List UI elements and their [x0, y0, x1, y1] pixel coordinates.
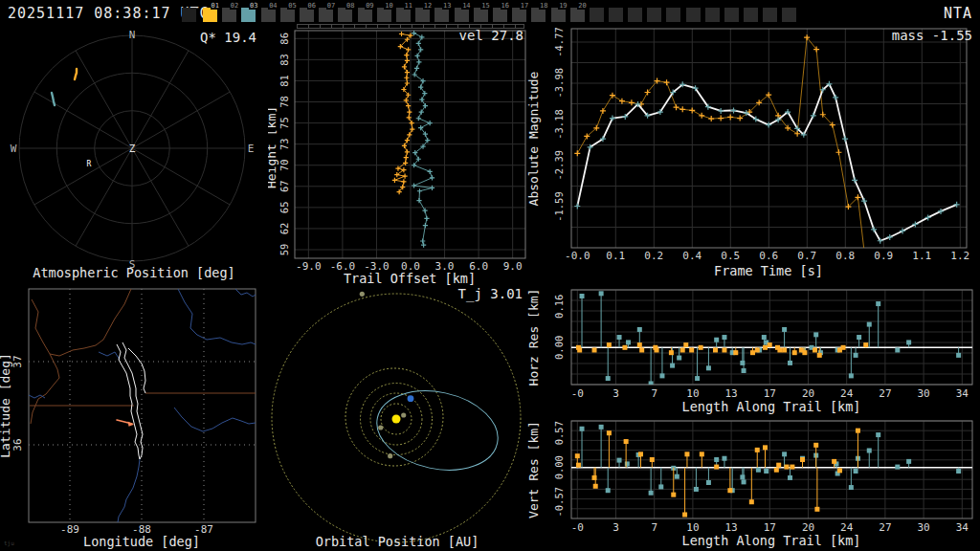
frame-box-05[interactable]: 05 [280, 8, 295, 22]
frame-box-trail-7[interactable] [724, 8, 739, 22]
ytick-label: 81 [278, 75, 290, 87]
atmospheric-caption: Atmospheric Position [deg] [33, 265, 234, 280]
xtick-label: 0.9 [874, 250, 893, 262]
frame-box-number: 15 [480, 2, 490, 10]
xtick-label: 7 [651, 521, 657, 534]
series-model-fit [574, 81, 959, 244]
frame-box-empty-0[interactable] [182, 8, 196, 22]
frame-box-08[interactable]: 08 [338, 8, 352, 22]
frame-box-02[interactable]: 02 [222, 8, 236, 22]
frame-box-trail-4[interactable] [666, 8, 680, 22]
xtick-label: 34 [956, 387, 969, 400]
series-observed [574, 34, 870, 281]
frame-box-12[interactable]: 12 [415, 8, 430, 22]
res-xlabel: Length Along Trail [km] [682, 399, 861, 414]
timestamp: 20251117 08:38:17 UTC [8, 5, 210, 22]
ytick-label: 0.00 [553, 455, 565, 479]
lightcurve-ylabel: Absolute Magnitude [526, 71, 541, 206]
frame-box-06[interactable]: 06 [300, 8, 314, 22]
ytick-label: 0.00 [553, 336, 565, 360]
ytick-label: 0.16 [553, 295, 565, 319]
frame-box-03[interactable]: 03 [241, 8, 256, 22]
ytick-label: 75 [278, 117, 290, 129]
frame-box-20[interactable]: 20 [570, 8, 585, 22]
q-star-value: Q* 19.4 [200, 30, 256, 45]
frame-box-number: 08 [345, 2, 355, 10]
ground-track-arrowhead [128, 422, 135, 427]
frame-box-16[interactable]: 16 [493, 8, 507, 22]
lightcurve-xlabel: Frame Time [s] [714, 263, 823, 278]
xtick-label: 0.8 [835, 250, 855, 262]
res-ylabel: Vert Res [km] [526, 421, 541, 518]
frame-box-trail-6[interactable] [705, 8, 720, 22]
frame-box-13[interactable]: 13 [434, 8, 449, 22]
orbital-position-plot: T_j 3.01Orbital Position [AU] [268, 285, 526, 551]
frame-box-trail-9[interactable] [763, 8, 777, 22]
frame-box-trail-10[interactable] [782, 8, 796, 22]
frame-box-number: 16 [501, 2, 510, 10]
ytick-label: 78 [278, 96, 290, 108]
frame-box-04[interactable]: 04 [261, 8, 276, 22]
xtick-label: 1.1 [912, 250, 931, 262]
res-ylabel: Horz Res [km] [526, 289, 541, 386]
map-ylabel: Latitude [deg] [0, 353, 12, 458]
frame-box-19[interactable]: 19 [551, 8, 566, 22]
state-border-north [50, 289, 131, 356]
frame-box-17[interactable]: 17 [512, 8, 526, 22]
xtick-label: -0 [571, 521, 584, 534]
frame-box-09[interactable]: 09 [358, 8, 372, 22]
xtick-label: -9.0 [296, 260, 322, 273]
frame-box-10[interactable]: 10 [377, 8, 391, 22]
frame-box-01[interactable]: 01 [203, 8, 217, 22]
lake-barkley-east [122, 342, 143, 459]
trail-offset-plot: 5962656770737578818386-9.0-6.0-3.00.03.0… [268, 27, 526, 285]
xtick-label: 1.2 [950, 250, 969, 262]
planet-dot [378, 425, 383, 430]
frame-box-trail-2[interactable] [628, 8, 642, 22]
frame-box-15[interactable]: 15 [474, 8, 488, 22]
ytick-label: -4.77 [553, 27, 565, 57]
series-site-2 [580, 291, 962, 386]
river-ohio [178, 289, 256, 344]
frame-box-number: 18 [539, 2, 548, 10]
lon-tick-label: -89 [60, 523, 79, 536]
river-left-edge [29, 395, 45, 398]
frame-box-07[interactable]: 07 [319, 8, 333, 22]
header-bar: 20251117 08:38:17 UTC 010203040506070809… [0, 0, 980, 27]
planet-dot [388, 453, 392, 458]
compass-north: N [129, 29, 136, 41]
track-teal [52, 93, 55, 105]
radiant-label: R [87, 160, 92, 168]
ytick-label: -2.39 [553, 150, 565, 181]
xtick-label: -0.0 [565, 250, 590, 262]
map-xlabel: Longitude [deg] [83, 534, 200, 549]
track-orange [75, 69, 77, 79]
frame-box-14[interactable]: 14 [455, 8, 469, 22]
xtick-label: 3 [612, 387, 619, 400]
lat-tick-label: 37 [11, 355, 24, 367]
ytick-label: 73 [278, 138, 290, 150]
xtick-label: 34 [956, 521, 969, 534]
frame-box-number: 14 [461, 2, 471, 10]
compass-east: E [248, 143, 255, 155]
mass-value: mass -1.55 [892, 28, 972, 43]
xtick-label: -0 [571, 387, 584, 400]
frame-box-11[interactable]: 11 [396, 8, 411, 22]
ytick-label: -1.59 [553, 191, 565, 222]
ytick-label: 70 [278, 159, 290, 171]
series-camera-2 [412, 31, 434, 248]
frame-box-trail-8[interactable] [744, 8, 758, 22]
network-label: NTA [944, 5, 972, 22]
horz-residuals-plot: 0.160.00-0371013172024273034Horz Res [km… [526, 282, 980, 419]
map-watermark: tju [4, 540, 14, 547]
frame-box-number: 01 [211, 2, 220, 10]
trail-ylabel: Height [km] [268, 106, 278, 188]
frame-box-number: 17 [520, 2, 529, 10]
frame-box-18[interactable]: 18 [531, 8, 546, 22]
frame-box-trail-1[interactable] [609, 8, 623, 22]
frame-box-trail-3[interactable] [647, 8, 661, 22]
frame-box-trail-5[interactable] [686, 8, 701, 22]
frame-box-trail-0[interactable] [590, 8, 604, 22]
frame-box-number: 12 [423, 2, 433, 10]
sun-dot [392, 415, 401, 424]
